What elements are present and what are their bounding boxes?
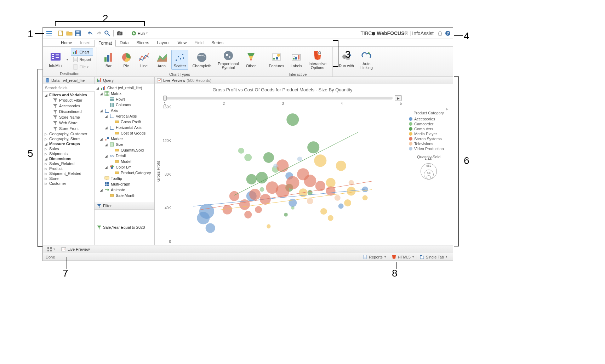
features-button[interactable]: Features	[267, 50, 287, 70]
tree-item[interactable]: Quantity,Sold	[95, 147, 154, 153]
tab-data[interactable]: Data	[116, 39, 132, 46]
data-point[interactable]	[199, 204, 214, 218]
tree-item[interactable]: Product Filter	[43, 97, 94, 103]
tree-item[interactable]: ◢Filters and Variables	[43, 92, 94, 97]
tree-item[interactable]: ▷Store	[43, 176, 94, 181]
data-point[interactable]	[286, 113, 299, 126]
dest-file-button[interactable]: File▾	[71, 63, 93, 70]
data-point[interactable]	[246, 174, 257, 184]
data-point[interactable]	[307, 198, 313, 204]
data-point[interactable]	[336, 161, 346, 171]
undo-icon[interactable]	[87, 30, 93, 36]
data-point[interactable]	[314, 154, 326, 167]
tab-layout[interactable]: Layout	[153, 39, 173, 46]
tree-item[interactable]: ◢Animate	[95, 187, 154, 193]
preview-icon[interactable]	[104, 30, 110, 36]
app-menu-button[interactable]	[45, 29, 53, 38]
tree-item[interactable]: ◢Color BY	[95, 164, 154, 170]
data-point[interactable]	[259, 187, 264, 192]
legend-item[interactable]: Camcorder	[409, 121, 449, 126]
tree-item[interactable]: ◢Marker	[95, 136, 154, 142]
tree-item[interactable]: ◢Axis	[95, 108, 154, 113]
camera-icon[interactable]	[116, 30, 123, 36]
legend-collapse-icon[interactable]: ▶	[409, 107, 449, 111]
legend-item[interactable]: Accessories	[409, 116, 449, 121]
data-point[interactable]	[338, 204, 344, 209]
tree-item[interactable]: Sale,Month	[95, 193, 154, 198]
data-point[interactable]	[320, 208, 327, 214]
legend-item[interactable]: Stereo Systems	[409, 136, 449, 141]
tree-item[interactable]: ▷Geography, Store	[43, 136, 94, 141]
legend-item[interactable]: Televisions	[409, 141, 449, 146]
tree-item[interactable]: ◢Matrix	[95, 91, 154, 96]
dest-report-button[interactable]: Report	[71, 56, 93, 63]
data-point[interactable]	[291, 206, 295, 210]
data-point[interactable]	[238, 148, 244, 154]
auto-linking-button[interactable]: Auto Linking	[358, 48, 375, 72]
data-point[interactable]	[304, 175, 316, 187]
tree-item[interactable]: Rows	[95, 96, 154, 102]
live-preview-tab[interactable]: Live Preview	[59, 246, 92, 252]
chart-scatter-button[interactable]: Scatter	[171, 50, 189, 70]
tree-item[interactable]: ▷Shipments	[43, 151, 94, 156]
chart-line-button[interactable]: Line	[136, 50, 152, 70]
tree-item[interactable]: ▷Customer	[43, 181, 94, 186]
tree-item[interactable]: Discontinued	[43, 109, 94, 114]
chart-area-button[interactable]: Area	[154, 50, 170, 70]
tree-item[interactable]: ◢Horizontal Axis	[95, 125, 154, 130]
tree-item[interactable]: ◢Measure Groups	[43, 141, 94, 146]
chart-choropleth-button[interactable]: esriChoropleth	[190, 50, 214, 70]
data-point[interactable]	[263, 152, 274, 163]
tree-item[interactable]: ▷Shipment_Related	[43, 171, 94, 176]
data-point[interactable]	[307, 141, 319, 153]
tree-item[interactable]: Cost of Goods	[95, 130, 154, 136]
data-point[interactable]	[335, 195, 341, 201]
tab-view[interactable]: View	[173, 39, 190, 46]
chart-other-button[interactable]: Other	[243, 50, 259, 70]
data-point[interactable]	[363, 195, 368, 200]
legend-item[interactable]: Computers	[409, 126, 449, 131]
redo-icon[interactable]	[96, 30, 102, 36]
tab-slicers[interactable]: Slicers	[132, 39, 153, 46]
data-point[interactable]	[328, 215, 334, 221]
play-button[interactable]: ▶	[395, 95, 402, 101]
chart-bar-button[interactable]: Bar	[101, 50, 117, 70]
tab-home[interactable]: Home	[57, 39, 76, 46]
save-icon[interactable]	[75, 30, 81, 36]
data-point[interactable]	[286, 176, 299, 189]
tab-series[interactable]: Series	[207, 39, 227, 46]
data-point[interactable]	[223, 205, 232, 214]
tree-item[interactable]: ▷Product	[43, 166, 94, 171]
run-button[interactable]: Run ▾	[129, 30, 150, 37]
legend-item[interactable]: Media Player	[409, 131, 449, 136]
tree-item[interactable]: Web Store	[43, 120, 94, 126]
data-point[interactable]	[255, 206, 262, 213]
tab-insert[interactable]: Insert	[76, 39, 95, 46]
tree-item[interactable]: Store Name	[43, 114, 94, 120]
tree-item[interactable]: Columns	[95, 102, 154, 108]
tree-item[interactable]: ◢Vertical Axis	[95, 113, 154, 119]
tree-item[interactable]: ◢Size	[95, 142, 154, 147]
tab-field[interactable]: Field	[190, 39, 207, 46]
data-point[interactable]	[284, 213, 288, 217]
tree-item[interactable]: ▷Geography, Customer	[43, 131, 94, 136]
slider-thumb[interactable]	[163, 96, 167, 101]
home-icon[interactable]	[437, 30, 443, 36]
tree-item[interactable]: Tooltip	[95, 176, 154, 181]
tree-item[interactable]: Accessories	[43, 103, 94, 109]
tree-item[interactable]: Product,Category	[95, 170, 154, 176]
search-input[interactable]	[43, 84, 96, 91]
data-point[interactable]	[244, 154, 252, 161]
data-point[interactable]	[205, 223, 215, 233]
dest-chart-button[interactable]: Chart	[71, 49, 93, 56]
data-point[interactable]	[267, 224, 270, 228]
help-icon[interactable]: ?	[445, 30, 451, 36]
tree-item[interactable]: Model	[95, 159, 154, 164]
view-switch-button[interactable]: ▾	[45, 246, 57, 252]
data-point[interactable]	[229, 191, 240, 201]
status-singletab-dropdown[interactable]: Single Tab▾	[417, 255, 450, 259]
filter-item[interactable]: Sale,Year Equal to 2020	[95, 210, 154, 245]
tree-item[interactable]: ▷Sales	[43, 146, 94, 151]
tree-item[interactable]: Gross Profit	[95, 119, 154, 125]
legend-item[interactable]: Video Production	[409, 146, 449, 151]
